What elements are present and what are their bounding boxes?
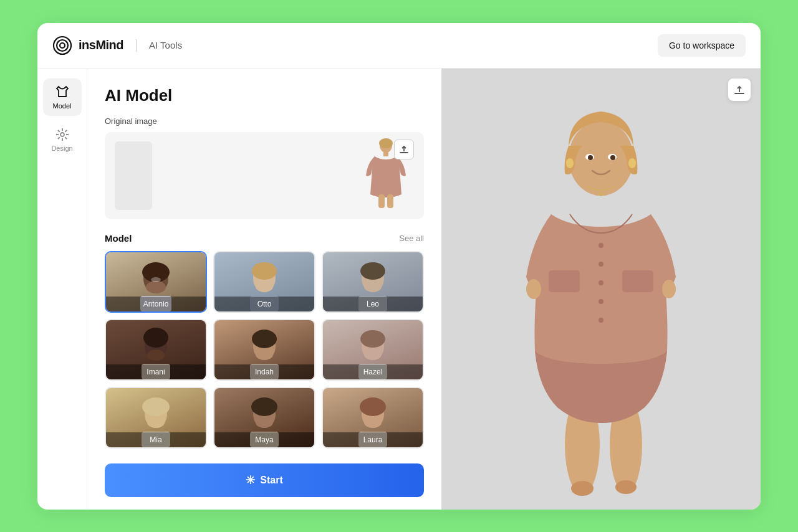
sidebar-item-model[interactable]: Model <box>43 78 82 116</box>
svg-point-13 <box>151 277 161 282</box>
svg-point-24 <box>147 349 165 361</box>
svg-point-35 <box>142 397 170 416</box>
svg-point-67 <box>610 155 615 160</box>
svg-point-51 <box>598 243 603 248</box>
image-placeholder-left <box>115 141 152 210</box>
model-card-name-antonio: Antonio <box>106 297 206 311</box>
main-panel: AI Model Original image <box>87 69 441 510</box>
svg-point-16 <box>256 281 273 292</box>
preview-figure-container <box>441 69 761 510</box>
svg-point-43 <box>360 397 386 416</box>
preview-upload-button[interactable] <box>728 78 751 101</box>
sidebar-item-design[interactable]: Design <box>43 121 82 158</box>
svg-point-1 <box>57 40 68 51</box>
sidebar-model-label: Model <box>53 102 72 110</box>
model-card-leo[interactable]: Leo <box>322 251 424 313</box>
svg-point-19 <box>360 262 385 280</box>
svg-rect-6 <box>383 152 388 156</box>
preview-panel <box>441 69 761 510</box>
model-grid: Antonio Otto <box>105 251 424 449</box>
original-image-label: Original image <box>105 116 424 126</box>
see-all-button[interactable]: See all <box>399 234 424 243</box>
logo-area: insMind AI Tools <box>52 36 182 55</box>
model-card-maya[interactable]: Maya <box>213 387 315 449</box>
app-window: insMind AI Tools Go to workspace Model <box>37 23 761 510</box>
start-button[interactable]: ✳ Start <box>105 463 424 497</box>
model-card-otto[interactable]: Otto <box>213 251 315 313</box>
sidebar: Model Design <box>37 69 87 510</box>
svg-point-36 <box>147 417 165 428</box>
model-card-indah[interactable]: Indah <box>213 319 315 381</box>
sidebar-design-label: Design <box>51 145 72 152</box>
svg-point-53 <box>598 280 603 285</box>
start-button-label: Start <box>260 475 282 486</box>
svg-point-58 <box>526 279 541 299</box>
svg-point-2 <box>60 43 65 48</box>
svg-point-32 <box>364 349 382 360</box>
upload-icon <box>734 84 745 95</box>
svg-point-28 <box>256 349 273 360</box>
svg-point-15 <box>252 262 277 280</box>
model-card-laura[interactable]: Laura <box>322 387 424 449</box>
svg-point-55 <box>598 318 603 323</box>
model-card-name-laura: Laura <box>323 432 423 447</box>
body: Model Design AI Model Original image <box>37 69 761 510</box>
model-card-name-mia: Mia <box>106 432 206 447</box>
header-divider <box>136 39 137 52</box>
model-section-header: Model See all <box>105 233 424 244</box>
model-card-name-maya: Maya <box>214 432 314 447</box>
svg-rect-56 <box>549 270 580 292</box>
shirt-icon <box>55 85 70 100</box>
ai-tools-label: AI Tools <box>149 40 182 50</box>
svg-point-62 <box>566 158 574 168</box>
svg-rect-8 <box>387 194 393 208</box>
svg-point-23 <box>143 328 168 348</box>
svg-point-50 <box>615 480 637 494</box>
model-card-name-hazel: Hazel <box>323 364 423 379</box>
svg-point-54 <box>598 299 603 304</box>
logo-icon <box>52 36 72 55</box>
svg-point-3 <box>60 133 64 136</box>
svg-point-68 <box>599 192 603 196</box>
logo-text: insMind <box>79 38 123 52</box>
model-card-name-imani: Imani <box>106 364 206 379</box>
model-card-antonio[interactable]: Antonio <box>105 251 207 313</box>
model-card-name-indah: Indah <box>214 364 314 379</box>
start-sparkle-icon: ✳ <box>246 473 255 487</box>
svg-point-39 <box>251 397 277 416</box>
svg-point-40 <box>256 417 273 428</box>
svg-point-66 <box>588 155 593 160</box>
model-card-mia[interactable]: Mia <box>105 387 207 449</box>
model-card-imani[interactable]: Imani <box>105 319 207 381</box>
svg-point-52 <box>598 262 603 267</box>
svg-point-20 <box>364 281 382 292</box>
svg-point-49 <box>571 481 594 496</box>
svg-point-31 <box>360 330 385 348</box>
upload-button-original[interactable] <box>394 140 414 159</box>
go-to-workspace-button[interactable]: Go to workspace <box>658 34 746 57</box>
svg-point-11 <box>146 281 166 293</box>
svg-point-5 <box>379 138 393 148</box>
svg-point-44 <box>364 417 382 428</box>
header: insMind AI Tools Go to workspace <box>37 23 761 69</box>
model-card-name-leo: Leo <box>323 297 423 311</box>
svg-point-63 <box>628 158 636 168</box>
model-card-hazel[interactable]: Hazel <box>322 319 424 381</box>
svg-rect-57 <box>622 270 653 292</box>
page-title: AI Model <box>105 86 424 105</box>
sparkle-icon <box>55 127 70 142</box>
svg-point-59 <box>662 280 676 298</box>
preview-figure-svg <box>483 77 719 501</box>
svg-point-27 <box>252 330 277 348</box>
preview-image-area <box>441 69 761 510</box>
svg-rect-7 <box>378 194 385 208</box>
svg-point-61 <box>569 121 633 196</box>
model-card-name-otto: Otto <box>214 297 314 311</box>
model-section-label: Model <box>105 233 132 244</box>
original-image-box <box>105 132 424 219</box>
